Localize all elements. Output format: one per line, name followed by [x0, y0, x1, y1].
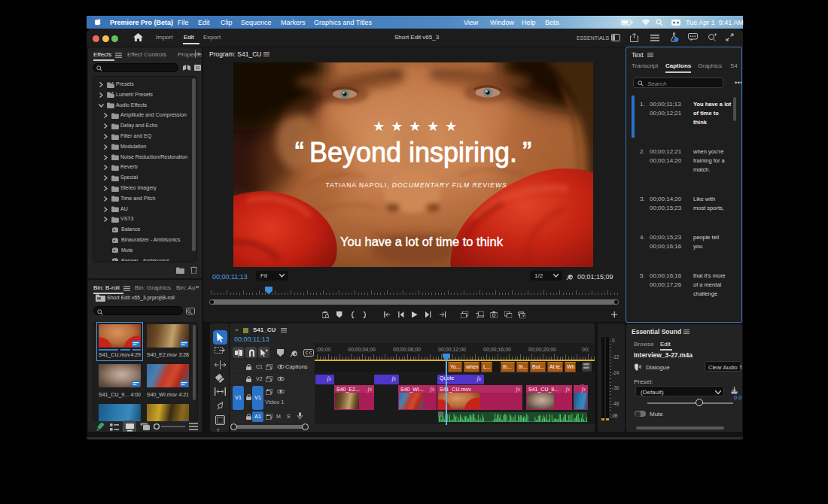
svg-text:T: T [217, 428, 220, 432]
svg-text:You have a lot of time to thin: You have a lot of time to think [340, 235, 504, 248]
svg-text:“ Beyond inspiring. ”: “ Beyond inspiring. ” [295, 137, 532, 168]
svg-text:TATIANA NAPOLI, DOCUMENTARY FI: TATIANA NAPOLI, DOCUMENTARY FILM REVIEWS [325, 181, 507, 189]
svg-text:32: 32 [196, 65, 200, 70]
